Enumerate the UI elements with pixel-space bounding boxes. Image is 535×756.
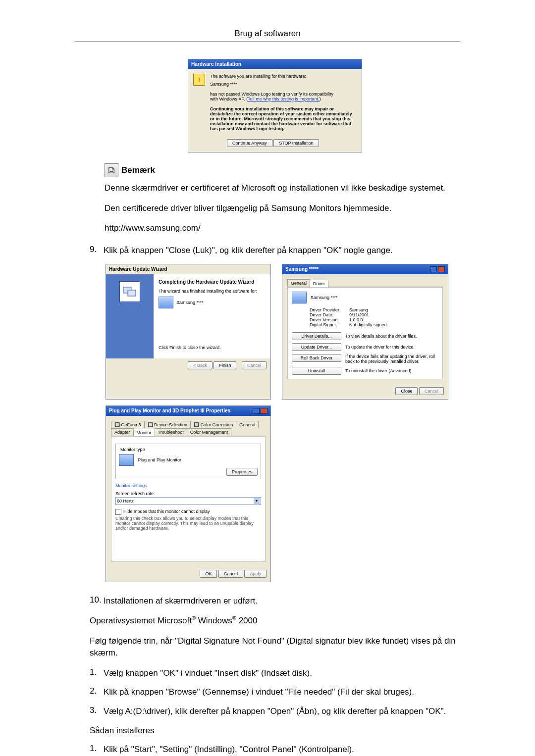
alert-icon: !	[193, 74, 205, 86]
signer-label: Digital Signer:	[310, 322, 349, 327]
wizard-dialog: Hardware Update Wizard Completing the Ha…	[106, 264, 271, 400]
hw-install-title: Hardware Installation	[191, 61, 241, 67]
tab-color-correction[interactable]: 🔲 Color Correction	[190, 421, 236, 428]
note-paragraph-3: http://www.samsung.com/	[105, 222, 460, 235]
provider-label: Driver Provider:	[310, 307, 349, 312]
hide-modes-label: Hide modes that this monitor cannot disp…	[123, 509, 210, 515]
s3-num: 3.	[90, 706, 104, 718]
stop-installation-button[interactable]: STOP Installation	[273, 139, 319, 147]
rollback-driver-text: If the device fails after updating the d…	[345, 354, 438, 364]
update-driver-text: To update the driver for this device.	[345, 345, 415, 350]
date-label: Driver Date:	[310, 312, 349, 317]
chevron-down-icon: ▾	[254, 498, 260, 504]
tab-general[interactable]: General	[236, 421, 259, 428]
s1-text: Vælg knappen "OK" i vinduet "Insert disk…	[104, 667, 460, 680]
properties-button[interactable]: Properties	[226, 468, 258, 476]
date-value: 9/11/2001	[349, 312, 369, 317]
hw-install-device: Samsung ****	[210, 82, 357, 87]
close-icon[interactable]	[261, 408, 268, 414]
s3-text: Vælg A:(D:\driver), klik derefter på kna…	[104, 706, 460, 718]
cancel-button[interactable]: Cancel	[242, 361, 267, 369]
driver-dlg-title: Samsung *****	[285, 266, 319, 272]
note-icon	[105, 163, 118, 177]
ok-button[interactable]: OK	[200, 570, 217, 578]
continue-anyway-button[interactable]: Continue Anyway	[227, 139, 272, 147]
tab-driver[interactable]: Driver	[310, 280, 328, 287]
tab-monitor[interactable]: Monitor	[133, 429, 155, 436]
driver-device: Samsung ****	[311, 295, 338, 300]
version-label: Driver Version:	[310, 317, 349, 322]
step-9-text: Klik på knappen "Close (Luk)", og klik d…	[104, 245, 460, 257]
uninstall-text: To uninstall the driver (Advanced).	[345, 368, 413, 373]
back-button[interactable]: < Back	[188, 361, 213, 369]
i1-text: Klik på "Start", "Setting" (Indstilling)…	[104, 744, 460, 756]
tab-geforce[interactable]: 🔲 GeForce3	[111, 421, 145, 428]
rollback-driver-button[interactable]: Roll Back Driver	[292, 354, 341, 362]
note-paragraph-1: Denne skærmdriver er certificeret af Mic…	[105, 182, 460, 195]
driver-details-button[interactable]: Driver Details...	[292, 332, 341, 340]
wizard-hero-icon	[119, 281, 140, 302]
cancel-button[interactable]: Cancel	[218, 570, 243, 578]
wizard-heading: Completing the Hardware Update Wizard	[159, 279, 266, 285]
cancel-button[interactable]: Cancel	[419, 387, 444, 395]
refresh-rate-select[interactable]: 60 Hertz ▾	[115, 497, 261, 505]
divider	[75, 42, 460, 42]
monitor-type-heading: Monitor type	[119, 447, 147, 452]
hw-install-dialog: Hardware Installation ! The software you…	[188, 59, 362, 152]
hide-modes-hint: Clearing this check box allows you to se…	[115, 516, 261, 531]
i1-num: 1.	[90, 744, 104, 756]
note-paragraph-2: Den certificerede driver bliver tilgænge…	[105, 202, 460, 215]
help-icon[interactable]	[253, 408, 260, 414]
provider-value: Samsung	[349, 307, 368, 312]
monitor-type-value: Plug and Play Monitor	[138, 457, 181, 462]
svg-rect-1	[128, 290, 136, 296]
driver-details-text: To view details about the driver files.	[345, 334, 417, 339]
step-10-text: Installationen af skærmdriveren er udfør…	[104, 595, 460, 607]
tell-me-link[interactable]: Tell me why this testing is important.	[248, 97, 319, 101]
version-value: 1.0.0.0	[349, 317, 363, 322]
driver-props-dialog: Samsung ***** General Driver Samsung ***…	[282, 264, 448, 400]
page-title: Brug af softwaren	[75, 29, 460, 39]
monitor-icon	[292, 292, 307, 303]
monitor-icon	[119, 454, 134, 466]
note-heading: Bemærk	[121, 165, 155, 175]
close-button[interactable]: Close	[395, 387, 418, 395]
hw-install-line1: The software you are installing for this…	[210, 74, 357, 79]
tab-adapter[interactable]: Adapter	[111, 428, 134, 436]
monitor-props-dialog: Plug and Play Monitor and 3D Prophet III…	[106, 405, 271, 582]
hw-install-line2b: with Windows XP. (	[210, 97, 248, 101]
props-title: Plug and Play Monitor and 3D Prophet III…	[109, 408, 230, 413]
wizard-device: Samsung ****	[176, 300, 204, 305]
close-icon[interactable]	[438, 266, 445, 272]
hw-install-warning: Continuing your installation of this sof…	[210, 106, 357, 131]
wizard-line1: The wizard has finished installing the s…	[159, 289, 266, 294]
update-driver-button[interactable]: Update Driver...	[292, 343, 341, 351]
os-heading: Operativsystemet Microsoft® Windows® 200…	[75, 614, 460, 627]
apply-button[interactable]: Apply	[244, 570, 267, 578]
tab-general[interactable]: General	[287, 279, 310, 287]
tab-device-selection[interactable]: 🔲 Device Selection	[144, 421, 191, 428]
install-heading: Sådan installeres	[75, 725, 460, 737]
signer-value: Not digitally signed	[349, 322, 387, 327]
s2-text: Klik på knappen "Browse" (Gennemse) i vi…	[104, 686, 460, 699]
hide-modes-checkbox[interactable]	[115, 509, 121, 515]
monitor-icon	[159, 297, 173, 308]
step-9-number: 9.	[90, 245, 104, 257]
tab-color-management[interactable]: Color Management	[187, 428, 232, 436]
wizard-title: Hardware Update Wizard	[109, 266, 167, 272]
step-10-number: 10.	[90, 595, 104, 607]
uninstall-button[interactable]: Uninstall	[292, 367, 341, 375]
s1-num: 1.	[90, 667, 104, 680]
s2-num: 2.	[90, 686, 104, 699]
finish-button[interactable]: Finish	[214, 361, 236, 369]
refresh-rate-value: 60 Hertz	[117, 499, 134, 504]
hw-install-line2c: )	[319, 97, 321, 101]
refresh-rate-label: Screen refresh rate:	[115, 491, 261, 496]
dig-sig-paragraph: Følg følgende trin, når "Digital Signatu…	[75, 635, 460, 659]
tab-troubleshoot[interactable]: Troubleshoot	[155, 428, 187, 436]
help-icon[interactable]	[430, 266, 437, 272]
wizard-close-hint: Click Finish to close the wizard.	[159, 345, 266, 350]
hw-install-line2a: has not passed Windows Logo testing to v…	[210, 92, 333, 97]
monitor-settings-heading: Monitor settings	[115, 483, 261, 488]
